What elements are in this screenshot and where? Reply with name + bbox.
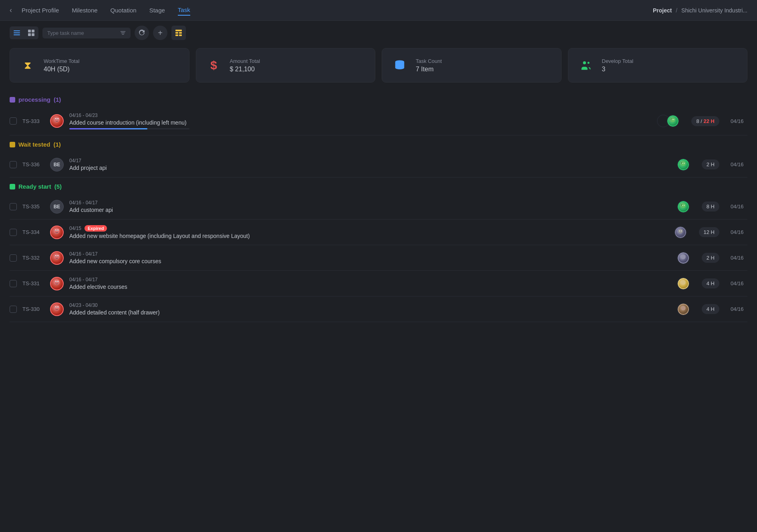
task-checkbox[interactable]: [10, 306, 17, 313]
task-name[interactable]: Added new website homepage (including La…: [69, 233, 668, 239]
task-progress-bar: [69, 128, 189, 129]
task-name[interactable]: Added course introduction (including lef…: [69, 119, 651, 126]
task-checkbox[interactable]: [10, 161, 17, 168]
svg-rect-10: [175, 34, 178, 36]
task-due-date: 04/16: [731, 161, 747, 167]
task-time-badge: 2 H: [702, 159, 719, 169]
search-input[interactable]: [47, 30, 117, 36]
task-checkbox[interactable]: [10, 229, 17, 236]
svg-point-13: [583, 61, 586, 64]
svg-point-55: [55, 307, 56, 308]
svg-point-56: [58, 307, 58, 308]
list-view-button[interactable]: [10, 26, 24, 39]
task-time-badge: 12 H: [699, 227, 719, 237]
task-checkbox[interactable]: [10, 117, 17, 125]
stat-taskcount-info: Task Count 7 Item: [416, 58, 442, 73]
svg-rect-5: [28, 33, 31, 36]
task-id: TS-336: [22, 161, 44, 167]
task-due-date: 04/16: [731, 280, 747, 286]
task-name[interactable]: Added elective courses: [69, 284, 671, 290]
stat-develop-label: Develop Total: [602, 58, 634, 64]
breadcrumb-sep: /: [676, 7, 677, 14]
svg-point-27: [684, 163, 685, 163]
svg-rect-21: [671, 119, 672, 120]
nav-quotation[interactable]: Quotation: [111, 5, 137, 15]
task-name[interactable]: Added new compulsory core courses: [69, 258, 671, 264]
people-icon: [576, 56, 596, 75]
task-date: 04/23 - 04/30: [69, 302, 671, 308]
hourglass-icon: ⧗: [18, 56, 37, 75]
nav-task[interactable]: Task: [178, 5, 190, 16]
stat-develop: Develop Total 3: [568, 48, 748, 83]
view-toggle-group: [10, 26, 38, 39]
task-date: 04/15Expired: [69, 225, 668, 232]
task-time-badge: 2 H: [702, 253, 719, 263]
task-row: TS-33404/15ExpiredAdded new website home…: [10, 220, 747, 245]
section-count: (1): [54, 96, 61, 103]
stat-taskcount-label: Task Count: [416, 58, 442, 64]
nav-stage[interactable]: Stage: [149, 5, 165, 15]
stat-amount-value: $ 21,100: [230, 66, 260, 73]
section-header-ready-start: Ready start (5): [0, 177, 757, 194]
task-row: TS-335BE04/16 - 04/17Add customer api8 H…: [10, 194, 747, 220]
task-list-wait-tested: TS-336BE04/17Add project api2 H04/16: [0, 152, 757, 177]
task-id: TS-333: [22, 118, 44, 124]
table-view-button[interactable]: [171, 26, 186, 40]
svg-rect-2: [14, 34, 20, 35]
task-row: TS-33204/16 - 04/17Added new compulsory …: [10, 245, 747, 271]
task-time-badge: 8 H: [702, 202, 719, 212]
add-task-button[interactable]: +: [153, 26, 167, 40]
section-dot: [10, 142, 15, 147]
task-checkbox[interactable]: [10, 254, 17, 262]
task-list-ready-start: TS-335BE04/16 - 04/17Add customer api8 H…: [0, 194, 757, 322]
task-info: 04/16 - 04/17Add customer api: [69, 200, 671, 213]
task-type-avatar: [50, 114, 64, 128]
search-filter-icon: [120, 30, 126, 36]
svg-point-14: [587, 62, 589, 64]
task-due-date: 04/16: [731, 255, 747, 261]
nav-project-profile[interactable]: Project Profile: [22, 5, 59, 15]
svg-point-37: [678, 229, 683, 233]
svg-point-43: [55, 256, 56, 256]
svg-point-45: [681, 254, 685, 259]
task-date: 04/16 - 04/17: [69, 200, 671, 206]
task-progress-fill: [69, 128, 147, 129]
refresh-button[interactable]: [135, 26, 149, 40]
task-assignees: [677, 200, 690, 213]
task-name[interactable]: Added detailed content (half drawer): [69, 309, 671, 316]
task-date: 04/16 - 04/23: [69, 113, 651, 118]
task-info: 04/17Add project api: [69, 158, 671, 171]
grid-view-button[interactable]: [24, 26, 38, 39]
task-overdue-time: 22 H: [704, 118, 715, 124]
task-type-avatar: [50, 226, 64, 239]
task-row: TS-33304/16 - 04/23Added course introduc…: [10, 107, 747, 135]
breadcrumb: Project / Shichi University Industri...: [653, 7, 747, 14]
task-name[interactable]: Add project api: [69, 165, 671, 171]
nav-milestone[interactable]: Milestone: [72, 5, 97, 15]
list-icon: [14, 30, 20, 36]
stat-amount-info: Amount Total $ 21,100: [230, 58, 260, 73]
task-checkbox[interactable]: [10, 203, 17, 210]
back-button[interactable]: ‹: [10, 6, 12, 14]
stat-develop-value: 3: [602, 66, 634, 73]
svg-point-35: [55, 230, 56, 231]
svg-point-19: [58, 119, 58, 120]
section-header-wait-tested: Wait tested (1): [0, 135, 757, 152]
svg-rect-8: [175, 32, 178, 34]
task-assignees: [677, 252, 690, 264]
svg-point-30: [682, 205, 683, 206]
section-count: (1): [53, 141, 60, 148]
task-date: 04/17: [69, 158, 671, 163]
svg-rect-9: [179, 32, 182, 34]
task-date: 04/16 - 04/17: [69, 277, 671, 282]
svg-rect-29: [681, 204, 682, 206]
task-list-processing: TS-33304/16 - 04/23Added course introduc…: [0, 107, 757, 135]
refresh-icon: [139, 30, 145, 36]
svg-rect-25: [681, 162, 682, 163]
task-id: TS-330: [22, 306, 44, 312]
task-id: TS-331: [22, 280, 44, 286]
task-checkbox[interactable]: [10, 280, 17, 287]
task-row: TS-336BE04/17Add project api2 H04/16: [10, 152, 747, 177]
stat-worktime-info: WorkTime Total 40H (5D): [44, 58, 79, 73]
task-name[interactable]: Add customer api: [69, 207, 671, 213]
